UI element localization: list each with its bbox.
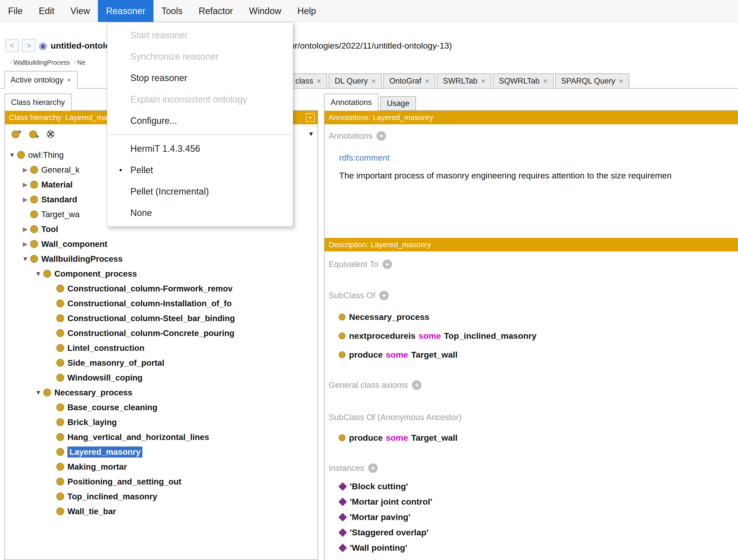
tab-usage[interactable]: Usage — [380, 96, 416, 111]
annotation-property[interactable]: rdfs:comment — [339, 153, 389, 163]
tree-row[interactable]: Top_inclined_masonry — [5, 489, 318, 504]
reasoner-menu-item-hermit-1-4-3-456[interactable]: HermiT 1.4.3.456 — [107, 138, 293, 159]
menu-item-label: Pellet — [130, 165, 153, 176]
instance-row[interactable]: 'Staggered overlap' — [339, 525, 738, 540]
tree-row[interactable]: Constructional_column-Steel_bar_binding — [5, 311, 318, 326]
tree-row[interactable]: Constructional_colunm-Concrete_pouring — [5, 326, 318, 340]
tree-row[interactable]: Hang_vertical_and_horizontal_lines — [5, 430, 318, 445]
expand-icon[interactable]: ▶ — [20, 166, 30, 174]
tab-sqwrltab[interactable]: SQWRLTab× — [493, 73, 554, 88]
hierarchy-mode-combobox[interactable]: ▼ — [308, 130, 314, 137]
menu-item-view[interactable]: View — [62, 0, 98, 22]
reasoner-menu-item-pellet[interactable]: •Pellet — [107, 159, 293, 181]
collapse-icon[interactable]: ▼ — [33, 389, 43, 396]
annotations-section-label: Annotations + — [329, 130, 386, 142]
tab-dl-query[interactable]: DL Query× — [329, 73, 382, 88]
tree-row[interactable]: Brick_laying — [5, 415, 318, 430]
reasoner-menu-item-configure[interactable]: Configure... — [107, 110, 293, 131]
add-sibling-class-button[interactable]: + — [26, 127, 40, 141]
add-subclassof-icon[interactable]: + — [379, 291, 389, 300]
breadcrumb-item[interactable]: WallbuildingProcess — [13, 59, 70, 66]
class-icon — [56, 418, 64, 426]
tab-active-ontology[interactable]: Active ontology× — [5, 71, 77, 88]
delete-class-button[interactable]: ✕ — [43, 127, 58, 141]
tree-row[interactable]: ▼Component_process — [5, 266, 318, 281]
tab-annotations[interactable]: Annotations — [324, 94, 378, 111]
tab-close-icon[interactable]: × — [619, 77, 623, 85]
menu-item-file[interactable]: File — [0, 0, 31, 22]
axiom-row[interactable]: Necessary_process — [339, 308, 738, 326]
tree-row[interactable]: ▶Wall_component — [5, 237, 318, 251]
menu-item-reasoner[interactable]: Reasoner — [98, 0, 153, 22]
tab-close-icon[interactable]: × — [481, 77, 486, 85]
tab-close-icon[interactable]: × — [543, 77, 547, 85]
reasoner-menu-item-pellet-incremental[interactable]: Pellet (Incremental) — [107, 181, 293, 202]
instance-row[interactable]: 'Mortar paving' — [339, 509, 738, 525]
menu-item-help[interactable]: Help — [289, 0, 324, 22]
tree-row[interactable]: Layered_masonry — [5, 445, 318, 459]
class-icon — [43, 388, 51, 396]
tab-close-icon[interactable]: × — [317, 77, 321, 85]
collapse-icon[interactable]: ▼ — [20, 255, 30, 263]
tree-row[interactable]: Side_masonry_of_portal — [5, 355, 318, 370]
add-equivalent-icon[interactable]: + — [382, 260, 392, 269]
instance-row[interactable]: 'Block cutting' — [339, 479, 738, 494]
menu-item-window[interactable]: Window — [241, 0, 289, 22]
tree-row[interactable]: Making_mortar — [5, 459, 318, 474]
tab-class-hierarchy[interactable]: Class hierarchy — [5, 94, 71, 111]
expand-icon[interactable]: ▶ — [20, 226, 30, 233]
forward-button[interactable]: > — [22, 39, 35, 52]
tab-close-icon[interactable]: × — [67, 76, 71, 84]
tab-class[interactable]: class× — [289, 73, 327, 88]
expand-icon[interactable]: ▶ — [20, 181, 30, 188]
tab-sparql-query[interactable]: SPARQL Query× — [555, 73, 629, 88]
back-button[interactable]: < — [6, 39, 19, 52]
axiom-row[interactable]: producesomeTarget_wall — [339, 345, 738, 364]
tab-swrltab[interactable]: SWRLTab× — [437, 73, 491, 88]
menu-item-refactor[interactable]: Refactor — [191, 0, 241, 22]
menu-item-edit[interactable]: Edit — [31, 0, 62, 22]
tree-row[interactable]: Wall_tie_bar — [5, 504, 318, 519]
panel-close-icon[interactable]: × — [306, 113, 315, 122]
axiom-row[interactable]: nextprocedureissomeTop_inclined_masonry — [339, 326, 738, 345]
class-icon — [56, 403, 64, 411]
class-icon — [56, 493, 64, 500]
tree-row[interactable]: Windowsill_coping — [5, 370, 318, 385]
axiom-row[interactable]: producesomeTarget_wall — [339, 429, 738, 447]
add-annotation-icon[interactable]: + — [376, 131, 386, 141]
tree-row[interactable]: ▼WallbuildingProcess — [5, 251, 318, 266]
tree-row[interactable]: Base_course_cleaning — [5, 400, 318, 415]
class-icon — [56, 329, 64, 337]
collapse-icon[interactable]: ▼ — [7, 151, 17, 159]
menu-item-tools[interactable]: Tools — [153, 0, 191, 22]
menu-item-label: Start reasoner — [130, 30, 188, 40]
tab-close-icon[interactable]: × — [425, 77, 429, 85]
reasoner-menu-item-none[interactable]: None — [107, 202, 293, 224]
entity-name: 'Staggered overlap' — [350, 528, 428, 537]
individual-icon — [338, 513, 347, 522]
instance-row[interactable]: 'Wall pointing' — [339, 540, 738, 555]
collapse-icon[interactable]: ▼ — [33, 270, 43, 277]
expand-icon[interactable]: ▶ — [20, 196, 30, 203]
general-axioms-label: General class axioms + — [329, 379, 421, 390]
instance-row[interactable]: 'Mortar joint control' — [339, 494, 738, 509]
annotations-header-title: Annotations: Layered_masonry — [329, 113, 433, 122]
breadcrumb-item[interactable]: Ne — [77, 59, 85, 66]
add-general-axiom-icon[interactable]: + — [412, 380, 421, 390]
tree-row[interactable]: Constructional_column-Installation_of_fo — [5, 296, 318, 311]
entity-name: 'Mortar joint control' — [350, 497, 432, 507]
tab-ontograf[interactable]: OntoGraf× — [383, 73, 435, 88]
class-icon — [339, 332, 345, 339]
add-subclass-button[interactable]: + — [8, 127, 23, 141]
reasoner-menu-item-stop-reasoner[interactable]: Stop reasoner — [107, 67, 293, 88]
tab-close-icon[interactable]: × — [371, 77, 376, 85]
class-label: Constructional_column-Installation_of_fo — [67, 299, 232, 308]
tree-row[interactable]: Lintel_construction — [5, 340, 318, 355]
tree-row[interactable]: ▼Necessary_process — [5, 385, 318, 400]
tree-row[interactable]: Positioning_and_setting_out — [5, 474, 318, 489]
expand-icon[interactable]: ▶ — [20, 240, 30, 248]
tree-row[interactable]: Constructional_column-Formwork_remov — [5, 281, 318, 296]
menu-item-label: Explain inconsistent ontology — [130, 94, 247, 105]
class-label: owl:Thing — [28, 150, 64, 160]
add-instance-icon[interactable]: + — [368, 463, 378, 473]
